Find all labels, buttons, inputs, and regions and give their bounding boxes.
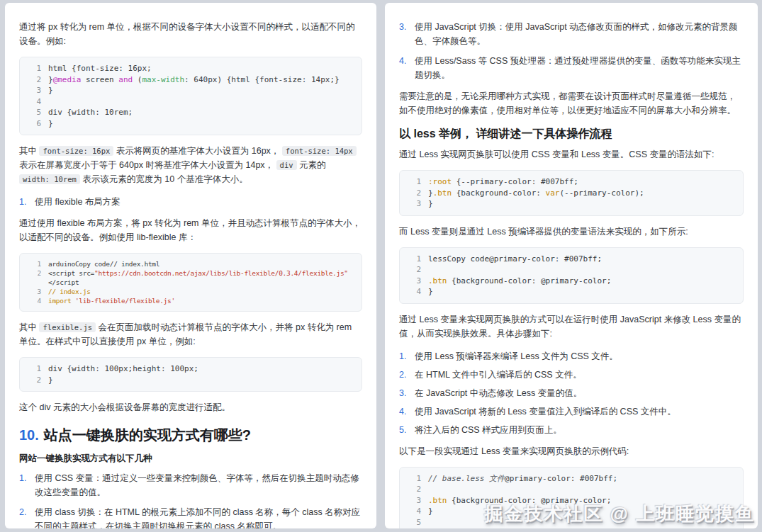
line-number: 1 [410, 176, 421, 188]
line-number: 2 [410, 484, 421, 495]
list-item: 2.在 HTML 文件中引入编译后的 CSS 文件。 [399, 368, 744, 382]
list-item: 5.将注入后的 CSS 样式应用到页面上。 [399, 423, 744, 437]
line-number: 6 [30, 118, 41, 130]
list-item-number: 2. [19, 505, 35, 528]
paragraph-div-adapt: 这个 div 元素的大小会根据设备屏幕的宽度进行适配。 [19, 400, 362, 414]
code-block-less-variables: 1lessCopy code@primary-color: #007bff;23… [399, 247, 744, 304]
code-line: 2}@media screen and (max-width: 640px) {… [30, 74, 352, 86]
line-number: 5 [410, 517, 421, 528]
list-item-text: 使用 JavaScript 切换：使用 JavaScript 动态修改页面的样式… [415, 20, 744, 48]
paragraph-methods-lead: 网站一键换肤实现方式有以下几种 [19, 451, 362, 465]
code-line: 2 [410, 484, 733, 495]
list-item: 3.在 JavaScript 中动态修改 Less 变量的值。 [399, 386, 744, 400]
line-number: 4 [30, 296, 41, 305]
list-item-text: 使用 Less 预编译器来编译 Less 文件为 CSS 文件。 [415, 349, 744, 363]
line-number: 1 [30, 363, 41, 375]
code-line: 6} [30, 118, 352, 130]
paragraph-steps-intro: 通过 Less 变量来实现网页换肤的方式可以在运行时使用 JavaScript … [399, 312, 744, 341]
line-number: 1 [410, 473, 421, 485]
code-line: 5div {width: 10rem; [30, 107, 352, 118]
list-item-number: 4. [399, 54, 415, 82]
code-line: 6// dark.less 文件@primary-color: #343a40; [410, 528, 733, 528]
code-block-rem-media-query: 1html {font-size: 16px;2}@media screen a… [19, 57, 362, 135]
code-line: 3.btn {background-color: @primary-color; [410, 276, 733, 287]
code-line: 4} [410, 506, 733, 517]
paragraph-lessvar-intro: 而 Less 变量则是通过 Less 预编译器提供的变量语法来实现的，如下所示: [399, 225, 744, 239]
inline-code: width: 10rem [19, 174, 80, 184]
paragraph-flexible-explain: 其中 flexible.js 会在页面加载时动态计算根节点的字体大小，并将 px… [19, 320, 362, 349]
line-number: 1 [410, 254, 421, 265]
list-item: 1.使用 CSS 变量：通过定义一些变量来控制颜色、字体等，然后在切换主题时动态… [19, 471, 362, 499]
code-line: 1arduinoCopy code// index.html [30, 259, 352, 268]
list-item-text: 将注入后的 CSS 样式应用到页面上。 [415, 423, 744, 437]
list-item-text: 使用 flexible 布局方案 [35, 195, 362, 209]
line-number: 3 [410, 276, 421, 287]
code-line: 5 [410, 517, 733, 528]
list-item-number: 4. [399, 404, 415, 419]
inline-code: font-size: 16px [39, 146, 113, 156]
code-line: 1div {width: 100px;height: 100px; [30, 363, 352, 375]
code-line: 4import 'lib-flexible/flexible.js' [30, 296, 352, 305]
line-number: 6 [410, 528, 421, 528]
inline-code: font-size: 14px [282, 146, 357, 156]
line-number: 3 [30, 287, 41, 296]
list-item-text: 使用 class 切换：在 HTML 的根元素上添加不同的 class 名称，每… [35, 505, 362, 528]
code-line: 3} [30, 85, 352, 96]
code-line: 3} [410, 198, 733, 210]
code-line: 3// index.js [30, 287, 352, 296]
code-line: 2<script src="https://cdn.bootcdn.net/aj… [30, 268, 352, 287]
line-number: 2 [410, 264, 421, 276]
list-item: 1.使用 Less 预编译器来编译 Less 文件为 CSS 文件。 [399, 349, 744, 363]
paragraph-notice: 需要注意的是，无论采用哪种方式实现，都需要在设计页面样式时尽量遵循一些规范，如不… [399, 89, 744, 118]
paragraph-flexible-intro: 通过使用 flexible 布局方案，将 px 转化为 rem 单位，并且动态计… [19, 216, 362, 244]
code-line: 1:root {--primary-color: #007bff; [410, 176, 733, 188]
code-line: 1// base.less 文件@primary-color: #007bff; [410, 473, 733, 485]
line-number: 4 [30, 96, 41, 108]
list-item-text: 使用 JavaScript 将新的 Less 变量值注入到编译后的 CSS 文件… [415, 404, 744, 419]
line-number: 4 [410, 286, 421, 298]
code-line: 3.btn {background-color: @primary-color; [410, 495, 733, 506]
code-line: 2}.btn {background-color: var(--primary-… [410, 188, 733, 199]
section-heading-skin-switch: 10.站点一键换肤的实现方式有哪些? [19, 426, 362, 444]
list-flexible-option: 1.使用 flexible 布局方案 [19, 195, 362, 209]
paragraph-rem-intro: 通过将 px 转化为 rem 单位，根据不同的设备字体大小设置不同的样式，以适配… [19, 20, 362, 48]
section-title: 站点一键换肤的实现方式有哪些? [44, 427, 251, 443]
code-block-less-example: 1// base.less 文件@primary-color: #007bff;… [399, 467, 744, 529]
list-item-text: 在 JavaScript 中动态修改 Less 变量的值。 [415, 386, 744, 400]
subsection-heading-less-example: 以 less 举例， 详细讲述一下具体操作流程 [399, 126, 744, 142]
code-block-css-variables: 1:root {--primary-color: #007bff;2}.btn … [399, 170, 744, 216]
inline-code: flexible.js [39, 322, 96, 332]
code-line: 2} [30, 375, 352, 386]
list-item: 4.使用 Less/Sass 等 CSS 预处理器：通过预处理器提供的变量、函数… [399, 54, 744, 82]
list-item: 2.使用 class 切换：在 HTML 的根元素上添加不同的 class 名称… [19, 505, 362, 528]
paragraph-cssvar-intro: 通过 Less 实现网页换肤可以使用 CSS 变量和 Less 变量。CSS 变… [399, 147, 744, 162]
line-number: 1 [30, 259, 41, 268]
list-item-number: 1. [399, 349, 415, 363]
code-line: 4 [30, 96, 352, 108]
section-number: 10. [19, 427, 39, 443]
list-item-number: 1. [19, 195, 35, 209]
list-skin-methods-1-2: 1.使用 CSS 变量：通过定义一些变量来控制颜色、字体等，然后在切换主题时动态… [19, 471, 362, 528]
list-item-number: 2. [399, 368, 415, 382]
paragraph-rem-explain: 其中 font-size: 16px 表示将网页的基准字体大小设置为 16px，… [19, 144, 362, 186]
list-item: 1.使用 flexible 布局方案 [19, 195, 362, 209]
inline-code: div [276, 160, 297, 170]
line-number: 3 [410, 495, 421, 506]
code-line: 2 [410, 264, 733, 276]
list-item: 4.使用 JavaScript 将新的 Less 变量值注入到编译后的 CSS … [399, 404, 744, 419]
list-item-number: 5. [399, 423, 415, 437]
code-line: 1lessCopy code@primary-color: #007bff; [410, 254, 733, 265]
article-column-left: 通过将 px 转化为 rem 单位，根据不同的设备字体大小设置不同的样式，以适配… [5, 3, 376, 528]
list-item-number: 1. [19, 471, 35, 499]
list-item-text: 在 HTML 文件中引入编译后的 CSS 文件。 [415, 368, 744, 382]
line-number: 4 [410, 506, 421, 517]
list-skin-methods-3-4: 3.使用 JavaScript 切换：使用 JavaScript 动态修改页面的… [399, 20, 744, 82]
code-line: 1html {font-size: 16px; [30, 63, 352, 74]
article-column-right: 3.使用 JavaScript 切换：使用 JavaScript 动态修改页面的… [385, 3, 758, 528]
paragraph-example-intro: 以下是一段实现通过 Less 变量来实现网页换肤的示例代码: [399, 444, 744, 458]
list-item-number: 3. [399, 386, 415, 400]
line-number: 1 [30, 63, 41, 74]
list-item: 3.使用 JavaScript 切换：使用 JavaScript 动态修改页面的… [399, 20, 744, 48]
line-number: 2 [30, 74, 41, 86]
line-number: 3 [30, 85, 41, 96]
